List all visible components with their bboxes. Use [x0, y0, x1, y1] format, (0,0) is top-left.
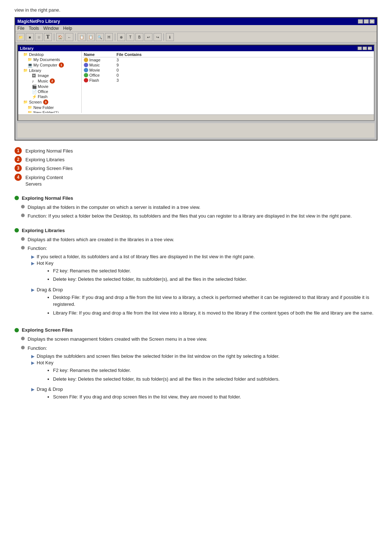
close-button[interactable]: ×	[369, 19, 375, 24]
screen-folder-icon: 📁	[23, 100, 28, 104]
toolbar-btn-5[interactable]: ←	[65, 33, 73, 41]
lib-sub-3-text: Drag & Drop	[37, 287, 63, 292]
lib-sub-2-text: Hot Key	[37, 260, 53, 266]
list-header: Name File Contains	[82, 52, 373, 57]
screen-hotkey-1: F2 key: Renames the selected folder.	[53, 367, 279, 374]
toolbar-btn-8[interactable]: 🔍	[96, 33, 104, 41]
tree-screen[interactable]: 📁 Screen 3	[19, 99, 81, 105]
main-window: MagicNetPro Library _ □ × File Tools Win…	[15, 17, 377, 141]
toolbar-btn-14[interactable]: ↪	[154, 33, 162, 41]
bottom-panel	[17, 123, 375, 138]
list-movie-icon	[84, 68, 88, 72]
screen-sub-1: ▶ Displays the subfolders and screen fil…	[31, 353, 377, 359]
list-movie-name: Movie	[84, 68, 117, 72]
minimize-button[interactable]: _	[358, 19, 363, 24]
tree-office-label: Office	[38, 89, 48, 94]
library-minimize-button[interactable]: _	[358, 46, 362, 50]
maximize-button[interactable]: □	[364, 19, 369, 24]
tree-desktop[interactable]: 📁 Desktop	[19, 52, 81, 57]
screen-sub-list: ▶ Displays the subfolders and screen fil…	[31, 353, 377, 404]
tree-flash[interactable]: ⚡ Flash	[19, 94, 81, 99]
movie-icon: 🎬	[32, 84, 37, 89]
lib-sub-2: ▶ Hot Key F2 key: Renames the selected f…	[31, 260, 377, 286]
gray-bullet-1	[21, 205, 25, 208]
tree-library[interactable]: 📁 Library	[19, 68, 81, 73]
bullet-green-3	[15, 328, 19, 332]
toolbar-btn-11[interactable]: T	[126, 33, 134, 41]
legend-badge-3: 3	[15, 165, 22, 172]
screen-sub-3: ▶ Drag & Drop Screen File: If you drag a…	[31, 386, 377, 404]
menu-file[interactable]: File	[17, 26, 24, 31]
menu-window[interactable]: Window	[43, 26, 59, 31]
toolbar-btn-1[interactable]: 📁	[17, 33, 25, 41]
toolbar-btn-9[interactable]: H	[105, 33, 113, 41]
tree-music[interactable]: ♪ Music 2	[19, 78, 81, 84]
library-close-button[interactable]: ×	[368, 46, 372, 50]
flash-icon: ⚡	[32, 94, 37, 99]
tree-image-label: Image	[38, 73, 49, 78]
tree-new-folder-1[interactable]: 📁 New Folder	[19, 105, 81, 110]
toolbar-btn-6[interactable]: 📋	[78, 33, 86, 41]
toolbar-btn-12[interactable]: B	[135, 33, 143, 41]
bullet-green-2	[15, 228, 19, 232]
tree-movie-label: Movie	[38, 84, 48, 89]
toolbar-btn-13[interactable]: ↩	[144, 33, 152, 41]
library-maximize-button[interactable]: □	[363, 46, 367, 50]
gray-bullet-lib-2	[21, 246, 25, 250]
toolbar-btn-10[interactable]: ⊕	[117, 33, 125, 41]
toolbar-btn-t[interactable]: T	[44, 33, 52, 41]
toolbar-btn-7[interactable]: 📋	[87, 33, 95, 41]
my-documents-folder-icon: 📁	[28, 57, 33, 62]
arrow-icon-screen-1: ▶	[31, 354, 34, 359]
toolbar-btn-15[interactable]: ℹ	[166, 33, 174, 41]
section-screen-files: Exploring Screen Files Displays the scre…	[15, 327, 377, 404]
section-normal-files-heading: Exploring Normal Files	[15, 195, 377, 201]
list-pane[interactable]: Name File Contains Image 3 Music 9	[82, 51, 374, 113]
library-folder-icon: 📁	[23, 68, 28, 73]
legend-text-2: Exploring Libraries	[25, 156, 65, 163]
list-flash-icon	[84, 78, 88, 82]
toolbar-separator-4	[163, 33, 164, 41]
list-row-flash[interactable]: Flash 3	[82, 78, 373, 83]
lib-sub-1-text: If you select a folder, its subfolders a…	[37, 254, 255, 259]
tree-new-folder-2-label: New Folder(1)	[33, 110, 59, 113]
tree-new-folder-2[interactable]: 📁 New Folder(1)	[19, 110, 81, 113]
tree-office[interactable]: 📄 Office	[19, 89, 81, 94]
toolbar-btn-3[interactable]: ☆	[35, 33, 43, 41]
toolbar-btn-2[interactable]: ■	[26, 33, 34, 41]
screen-bullet-1-text: Displays the screen management folders c…	[28, 336, 207, 343]
section-libraries-body: Displays all the folders which are creat…	[21, 236, 377, 320]
screen-hotkey-2: Delete key: Deletes the selected folder,…	[53, 376, 279, 383]
screen-sub-3-text: Drag & Drop	[37, 386, 63, 392]
legend-badge-1: 1	[15, 147, 22, 154]
lib-sub-3: ▶ Drag & Drop Desktop File: If you drag …	[31, 287, 377, 320]
tree-my-documents[interactable]: 📁 My Documents	[19, 57, 81, 62]
list-row-music[interactable]: Music 9	[82, 62, 373, 68]
list-music-name: Music	[84, 63, 117, 67]
list-music-icon	[84, 63, 88, 67]
tree-pane[interactable]: 📁 Desktop 📁 My Documents 💻 My Computer 1…	[18, 51, 82, 113]
library-titlebar: Library _ □ ×	[18, 45, 374, 51]
menu-help[interactable]: Help	[63, 26, 72, 31]
list-row-movie[interactable]: Movie 0	[82, 68, 373, 73]
list-row[interactable]: Image 3	[82, 57, 373, 62]
tree-music-label: Music	[38, 79, 48, 83]
desktop-folder-icon: 📁	[23, 52, 28, 57]
toolbar-btn-4[interactable]: 🏠	[56, 33, 64, 41]
section-screen-files-title: Exploring Screen Files	[22, 327, 73, 333]
section-libraries: Exploring Libraries Displays all the fol…	[15, 228, 377, 320]
list-row-office[interactable]: Office 0	[82, 73, 373, 78]
section-normal-files-body: Displays all the folders in the computer…	[21, 204, 377, 220]
tree-movie[interactable]: 🎬 Movie	[19, 84, 81, 89]
list-music-count: 9	[117, 63, 372, 67]
lib-bullet-1: Displays all the folders which are creat…	[21, 236, 377, 243]
col-contains-header: File Contains	[117, 52, 372, 57]
list-office-name: Office	[84, 73, 117, 77]
tree-image[interactable]: 🖼 Image	[19, 73, 81, 78]
tree-my-computer[interactable]: 💻 My Computer 1	[19, 62, 81, 68]
menu-tools[interactable]: Tools	[29, 26, 39, 31]
tree-screen-label: Screen	[29, 100, 42, 104]
gray-bullet-screen-1	[21, 337, 25, 340]
screen-sub-1-text: Displays the subfolders and screen files…	[37, 353, 279, 359]
legend: 1 Exploring Normal Files 2 Exploring Lib…	[15, 147, 377, 187]
